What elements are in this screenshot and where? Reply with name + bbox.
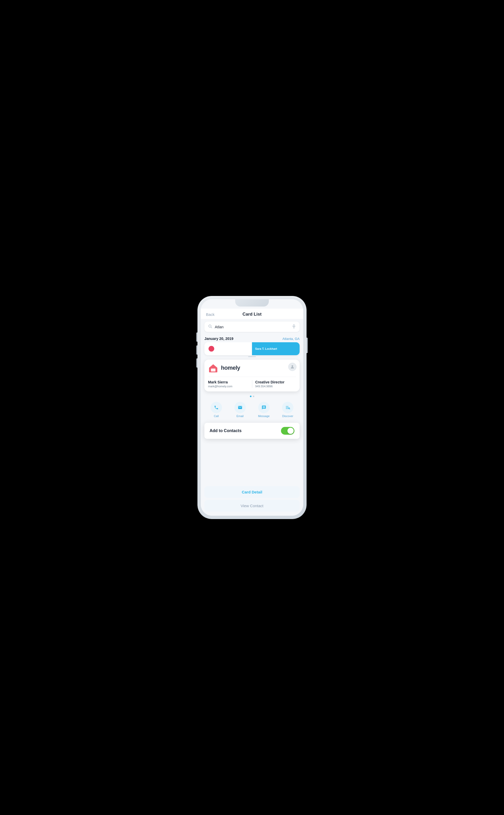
toggle-knob bbox=[287, 428, 294, 434]
back-button[interactable]: Back bbox=[206, 312, 214, 316]
email-icon-circle bbox=[234, 402, 246, 413]
add-contacts-banner: Add to Contacts bbox=[204, 423, 300, 439]
card-behind-right: Sara T. Lockhart bbox=[252, 342, 300, 355]
search-input[interactable] bbox=[215, 325, 289, 329]
header: Back Card List bbox=[201, 308, 303, 319]
discover-action[interactable]: Discover bbox=[282, 402, 293, 418]
dot-active bbox=[250, 395, 251, 397]
card-behind-left bbox=[204, 342, 252, 355]
phone-screen: Back Card List bbox=[201, 299, 303, 516]
svg-line-11 bbox=[290, 409, 290, 409]
card-area: Sara T. Lockhart bbox=[201, 342, 303, 485]
card-detail-button[interactable]: Card Detail bbox=[204, 486, 300, 498]
business-card: homely Mark Sierra mark@homely.com Creat… bbox=[204, 359, 300, 391]
svg-line-1 bbox=[211, 327, 212, 328]
dot-inactive bbox=[253, 395, 254, 397]
contact-name: Mark Sierra bbox=[208, 380, 249, 384]
call-action[interactable]: Call bbox=[211, 402, 222, 418]
page-title: Card List bbox=[242, 312, 262, 317]
card-info-right: Creative Director 949.554.9896 bbox=[252, 380, 296, 388]
job-title: Creative Director bbox=[255, 380, 296, 384]
contact-email: mark@homely.com bbox=[208, 385, 249, 388]
view-contact-button[interactable]: View Contact bbox=[204, 500, 300, 512]
card-info-left: Mark Sierra mark@homely.com bbox=[208, 380, 252, 388]
message-icon-circle bbox=[258, 402, 270, 413]
date-row: January 20, 2019 Atlanta, GA bbox=[201, 334, 303, 342]
homely-logo-icon bbox=[208, 363, 218, 372]
date-label: January 20, 2019 bbox=[204, 336, 233, 341]
search-bar[interactable] bbox=[204, 321, 300, 332]
phone-device: Back Card List bbox=[198, 296, 306, 519]
add-contacts-toggle[interactable] bbox=[281, 427, 294, 435]
email-label: Email bbox=[236, 415, 244, 418]
discover-label: Discover bbox=[282, 415, 293, 418]
svg-point-5 bbox=[292, 365, 293, 367]
call-label: Call bbox=[214, 415, 219, 418]
message-label: Message bbox=[258, 415, 270, 418]
contact-phone: 949.554.9896 bbox=[255, 385, 296, 388]
location-label: Atlanta, GA bbox=[283, 337, 300, 341]
svg-rect-2 bbox=[293, 324, 294, 326]
search-icon bbox=[208, 324, 212, 329]
card-behind-name: Sara T. Lockhart bbox=[255, 347, 277, 350]
action-row: Call Email bbox=[204, 400, 300, 419]
discover-icon-circle bbox=[282, 402, 293, 413]
svg-rect-6 bbox=[211, 369, 216, 371]
app-screen: Back Card List bbox=[201, 299, 303, 516]
mic-icon[interactable] bbox=[292, 324, 296, 329]
add-contacts-label: Add to Contacts bbox=[210, 429, 242, 433]
card-behind: Sara T. Lockhart bbox=[204, 342, 300, 355]
email-action[interactable]: Email bbox=[234, 402, 246, 418]
bottom-btns: Card Detail View Contact bbox=[201, 485, 303, 516]
message-action[interactable]: Message bbox=[258, 402, 270, 418]
call-icon-circle bbox=[211, 402, 222, 413]
card-dots bbox=[204, 395, 300, 397]
card-divider: Mark Sierra mark@homely.com Creative Dir… bbox=[208, 377, 296, 388]
brand-name: homely bbox=[221, 364, 240, 371]
card-logo-row: homely bbox=[208, 363, 296, 372]
phone-notch bbox=[235, 299, 269, 306]
card-avatar bbox=[288, 363, 297, 371]
